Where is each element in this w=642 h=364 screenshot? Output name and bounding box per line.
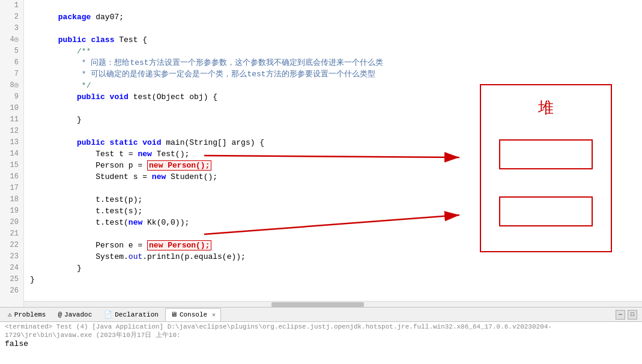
code-line-1: package day07; [30,0,642,11]
code-editor: 1 2 3 4◎ 5 6 7 8◎ 9 10 11 12 13 14 15 16… [0,0,642,307]
scrollbar-thumb [271,302,364,307]
heap-diagram: 堆 [480,84,612,252]
tab-declaration[interactable]: 📄 Declaration [98,308,164,321]
tab-javadoc[interactable]: @ Javadoc [52,308,97,321]
minimize-panel-button[interactable]: — [616,310,625,320]
maximize-panel-button[interactable]: □ [628,310,637,320]
heap-title: 堆 [481,97,611,118]
code-line-5: * 问题：想给test方法设置一个形参参数，这个参数我不确定到底会传进来一个什么… [30,46,642,57]
console-close-icon[interactable]: ✕ [212,311,216,318]
console-icon: 🖥 [171,311,177,318]
declaration-icon: 📄 [104,311,112,318]
console-terminated-line: <terminated> Test (4) [Java Application]… [5,323,637,339]
code-line-25: } [30,274,642,285]
tab-javadoc-label: Javadoc [64,311,92,318]
code-line-26 [30,285,642,297]
tab-console[interactable]: 🖥 Console ✕ [165,308,221,321]
code-line-2 [30,11,642,23]
console-output-line: false [5,339,637,348]
code-line-6: * 可以确定的是传递实参一定会是一个类，那么test方法的形参要设置一个什么类型 [30,57,642,68]
tab-console-label: Console [180,311,207,318]
line-numbers: 1 2 3 4◎ 5 6 7 8◎ 9 10 11 12 13 14 15 16… [0,0,24,307]
heap-box-1 [499,139,593,169]
tab-problems[interactable]: ⚠ Problems [2,308,51,321]
bottom-panel: ⚠ Problems @ Javadoc 📄 Declaration 🖥 Con… [0,307,642,364]
tab-problems-label: Problems [14,311,46,318]
horizontal-scrollbar[interactable] [24,301,642,307]
tab-controls: — □ [616,310,640,320]
code-line-7: */ [30,68,642,80]
code-line-3: public class Test { [30,23,642,34]
problems-icon: ⚠ [8,311,12,318]
code-line-24 [30,262,642,274]
code-line-4: /** [30,34,642,46]
tab-declaration-label: Declaration [115,311,159,318]
code-line-23: } [30,251,642,262]
javadoc-icon: @ [58,311,62,318]
heap-box-2 [499,196,593,226]
tab-bar: ⚠ Problems @ Javadoc 📄 Declaration 🖥 Con… [0,308,642,322]
console-content: <terminated> Test (4) [Java Application]… [0,322,642,364]
